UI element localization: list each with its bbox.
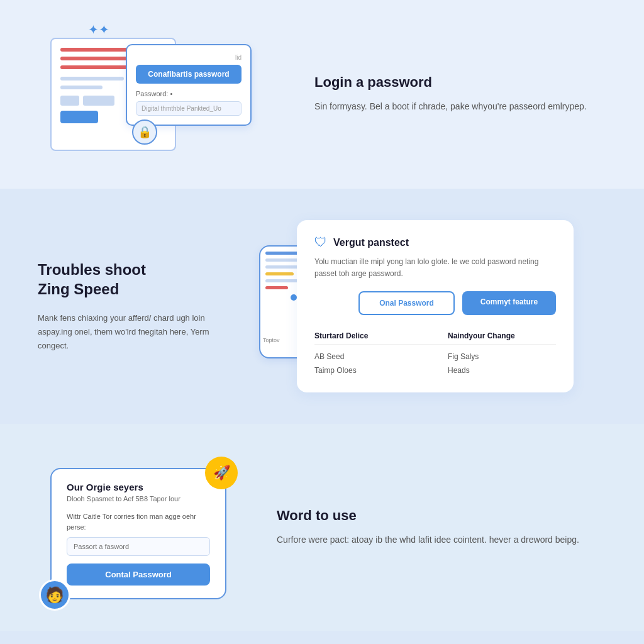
primary-feature-button[interactable]: Commyt feature xyxy=(462,291,556,315)
section-3-desc: Curfore were pact: atoay ib the whd lafi… xyxy=(277,533,606,548)
section-3-illustration: 🚀 Our Orgie seyers Dlooh Spasmet to Aef … xyxy=(38,455,239,599)
section-2: Troubles shoot Zing Speed Mank fens chia… xyxy=(0,189,644,424)
section-2-illustration: Toptov 🛡 Vergut panstect Yolu muctian il… xyxy=(264,220,606,392)
section-1: ✦✦ lid Conafibartis p xyxy=(0,0,644,189)
doc-blue-bar xyxy=(60,111,98,123)
doc-line-1 xyxy=(60,48,135,52)
table-row: Taimp Oloes Heads xyxy=(314,364,556,377)
confirm-btn[interactable]: Conafibartis password xyxy=(136,65,242,84)
section-2-content: Troubles shoot Zing Speed Mank fens chia… xyxy=(38,260,226,353)
table-header: Sturtard Delice Naindyour Change xyxy=(314,328,556,345)
doc-top-bar: lid xyxy=(136,54,242,61)
card-title: Vergut panstect xyxy=(333,237,409,248)
table-row: AB Seed Fig Salys xyxy=(314,350,556,364)
section-1-content: Login a password Sin formyasy. Bel a boo… xyxy=(314,74,606,114)
footer: Cypnmerd xyxy=(0,631,644,644)
section-3: 🚀 Our Orgie seyers Dlooh Spasmet to Aef … xyxy=(0,424,644,631)
row1-col2: Fig Salys xyxy=(448,352,556,361)
table-col2-header: Naindyour Change xyxy=(448,331,556,340)
submit-password-button[interactable]: Contal Password xyxy=(67,564,210,586)
card-buttons: Onal Password Commyt feature xyxy=(358,291,556,315)
page-wrapper: ✦✦ lid Conafibartis p xyxy=(0,0,644,644)
orgie-card-title: Our Orgie seyers xyxy=(67,482,210,492)
card-header: 🛡 Vergut panstect xyxy=(314,235,556,250)
m-line-4 xyxy=(265,272,294,275)
password-input[interactable] xyxy=(67,537,210,556)
m-dot xyxy=(291,294,297,301)
section-1-illustration: ✦✦ lid Conafibartis p xyxy=(38,25,277,164)
table-col1-header: Sturtard Delice xyxy=(314,331,423,340)
section-3-heading: Word to use xyxy=(277,508,606,524)
doc-line-5 xyxy=(60,86,103,89)
avatar-icon: 🧑 xyxy=(39,579,70,611)
doc-line-4 xyxy=(60,77,124,80)
doc-chip-2 xyxy=(83,96,114,106)
doc-chip xyxy=(60,96,79,106)
row1-col1: AB Seed xyxy=(314,352,423,361)
section-2-heading: Troubles shoot Zing Speed xyxy=(38,260,226,299)
orgie-card: 🚀 Our Orgie seyers Dlooh Spasmet to Aef … xyxy=(50,468,226,599)
password-row: Password: • xyxy=(136,90,242,97)
doc-front: lid Conafibartis password Password: • Di… xyxy=(126,44,252,126)
doc-illustration: ✦✦ lid Conafibartis p xyxy=(50,25,264,164)
password-field: Digital thmthble Pankted_Uo xyxy=(136,101,242,116)
section-2-desc: Mank fens chiaxing your afferd/ chard ug… xyxy=(38,311,226,353)
card-desc: Yolu muctian ille mipl yong lan lolo glo… xyxy=(314,256,556,280)
orgie-card-sub: Dlooh Spasmet to Aef 5B8 Tapor lour xyxy=(67,495,210,502)
row2-col2: Heads xyxy=(448,366,556,375)
section-3-content: Word to use Curfore were pact: atoay ib … xyxy=(277,508,606,548)
mobile-label: Toptov xyxy=(263,337,280,343)
orgie-form-label: Wittr Caitle Tor corries fion man agge o… xyxy=(67,511,210,532)
table-section: Sturtard Delice Naindyour Change AB Seed… xyxy=(314,328,556,377)
section-1-desc: Sin formyasy. Bel a boot if chrade, pake… xyxy=(314,99,606,114)
row2-col1: Taimp Oloes xyxy=(314,366,423,375)
orgie-badge-icon: 🚀 xyxy=(205,457,238,489)
app-card: 🛡 Vergut panstect Yolu muctian ille mipl… xyxy=(297,220,574,392)
outline-password-button[interactable]: Onal Password xyxy=(358,291,455,315)
lock-icon: 🔒 xyxy=(132,119,157,145)
section-1-heading: Login a password xyxy=(314,74,606,91)
shield-icon: 🛡 xyxy=(314,235,327,250)
sparkles-icon: ✦✦ xyxy=(88,22,109,37)
m-line-6 xyxy=(265,286,288,289)
